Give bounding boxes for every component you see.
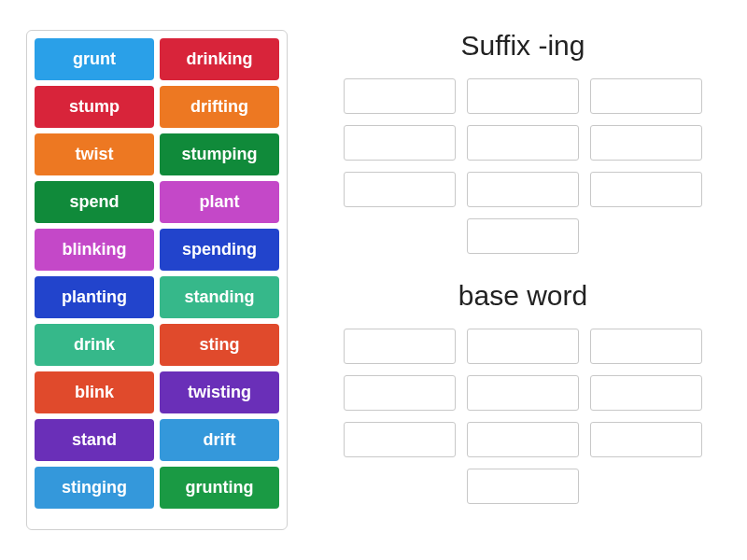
drop-slot[interactable] xyxy=(344,125,456,161)
drop-slot[interactable] xyxy=(590,422,702,457)
drop-slot[interactable] xyxy=(467,78,579,114)
drop-slot[interactable] xyxy=(467,218,579,254)
group-title-base-word: base word xyxy=(458,280,587,312)
word-tile-stand[interactable]: stand xyxy=(35,419,154,461)
drop-slot[interactable] xyxy=(467,329,579,364)
word-tile-grunt[interactable]: grunt xyxy=(35,38,154,80)
word-tile-sting[interactable]: sting xyxy=(160,324,279,366)
word-tile-planting[interactable]: planting xyxy=(35,276,154,318)
drop-slot[interactable] xyxy=(590,329,702,364)
drop-grid-suffix-ing xyxy=(327,78,719,254)
drop-slot[interactable] xyxy=(467,469,579,504)
word-tile-stump[interactable]: stump xyxy=(35,86,154,128)
drop-slot[interactable] xyxy=(344,172,456,207)
word-tile-spending[interactable]: spending xyxy=(160,229,279,271)
drop-slot[interactable] xyxy=(467,125,579,161)
drop-slot[interactable] xyxy=(590,172,702,207)
drop-slot[interactable] xyxy=(344,422,456,457)
drop-slot[interactable] xyxy=(467,422,579,457)
drop-slot[interactable] xyxy=(344,78,456,114)
drop-zones-panel: Suffix -ing base word xyxy=(325,30,721,530)
drop-slot[interactable] xyxy=(590,375,702,411)
word-tile-grunting[interactable]: grunting xyxy=(160,467,279,509)
drop-slot[interactable] xyxy=(590,78,702,114)
word-tile-blinking[interactable]: blinking xyxy=(35,229,154,271)
word-tile-spend[interactable]: spend xyxy=(35,181,154,223)
drop-slot[interactable] xyxy=(344,329,456,364)
group-title-suffix-ing: Suffix -ing xyxy=(461,30,585,62)
word-tile-stinging[interactable]: stinging xyxy=(35,467,154,509)
word-tile-drinking[interactable]: drinking xyxy=(160,38,279,80)
drop-slot[interactable] xyxy=(467,172,579,207)
word-tile-twist[interactable]: twist xyxy=(35,133,154,175)
drop-slot[interactable] xyxy=(590,125,702,161)
word-bank: gruntdrinkingstumpdriftingtwiststumpings… xyxy=(26,30,288,530)
word-tile-drink[interactable]: drink xyxy=(35,324,154,366)
word-tile-drift[interactable]: drift xyxy=(160,419,279,461)
word-tile-standing[interactable]: standing xyxy=(160,276,279,318)
word-tile-stumping[interactable]: stumping xyxy=(160,133,279,175)
drop-grid-base-word xyxy=(327,329,719,504)
word-tile-twisting[interactable]: twisting xyxy=(160,371,279,413)
word-tile-drifting[interactable]: drifting xyxy=(160,86,279,128)
drop-slot[interactable] xyxy=(344,375,456,411)
word-tile-blink[interactable]: blink xyxy=(35,371,154,413)
drop-slot[interactable] xyxy=(467,375,579,411)
word-tile-plant[interactable]: plant xyxy=(160,181,279,223)
